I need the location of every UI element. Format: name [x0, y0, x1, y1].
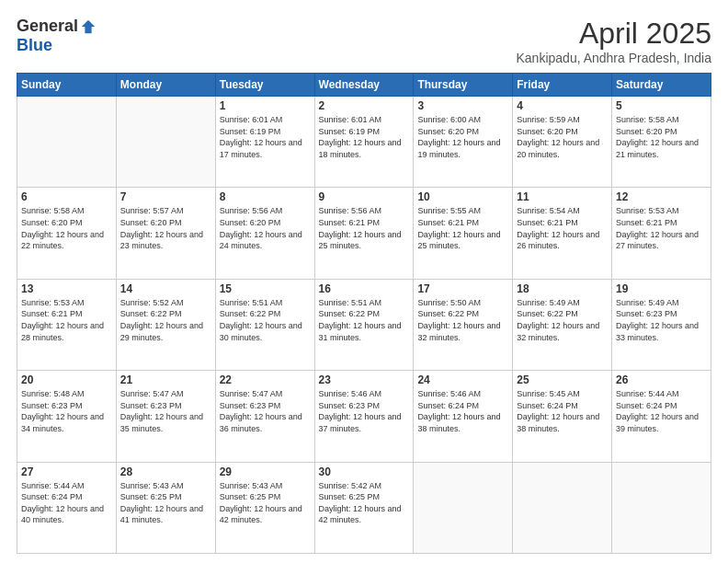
calendar-cell: 27Sunrise: 5:44 AM Sunset: 6:24 PM Dayli…	[17, 462, 117, 553]
logo-general: General	[17, 17, 78, 36]
day-info: Sunrise: 6:01 AM Sunset: 6:19 PM Dayligh…	[220, 114, 311, 160]
calendar-cell: 23Sunrise: 5:46 AM Sunset: 6:23 PM Dayli…	[314, 371, 414, 462]
calendar-cell: 15Sunrise: 5:51 AM Sunset: 6:22 PM Dayli…	[215, 279, 314, 370]
day-info: Sunrise: 5:48 AM Sunset: 6:23 PM Dayligh…	[21, 388, 112, 434]
calendar-cell: 16Sunrise: 5:51 AM Sunset: 6:22 PM Dayli…	[314, 279, 414, 370]
calendar-cell: 20Sunrise: 5:48 AM Sunset: 6:23 PM Dayli…	[17, 371, 117, 462]
calendar-cell	[513, 462, 612, 553]
day-info: Sunrise: 5:46 AM Sunset: 6:24 PM Dayligh…	[417, 388, 508, 434]
day-info: Sunrise: 5:52 AM Sunset: 6:22 PM Dayligh…	[120, 297, 211, 343]
day-info: Sunrise: 5:59 AM Sunset: 6:20 PM Dayligh…	[517, 114, 608, 160]
calendar-cell: 1Sunrise: 6:01 AM Sunset: 6:19 PM Daylig…	[215, 97, 314, 188]
calendar-cell: 7Sunrise: 5:57 AM Sunset: 6:20 PM Daylig…	[116, 188, 215, 279]
day-info: Sunrise: 6:01 AM Sunset: 6:19 PM Dayligh…	[319, 114, 410, 160]
calendar-cell	[612, 462, 711, 553]
day-number: 21	[120, 373, 211, 386]
day-info: Sunrise: 5:44 AM Sunset: 6:24 PM Dayligh…	[616, 388, 707, 434]
calendar-cell: 30Sunrise: 5:42 AM Sunset: 6:25 PM Dayli…	[314, 462, 414, 553]
day-info: Sunrise: 5:54 AM Sunset: 6:21 PM Dayligh…	[517, 205, 608, 251]
logo-blue: Blue	[17, 36, 52, 55]
header: General Blue April 2025 Kankipadu, Andhr…	[17, 17, 711, 65]
col-saturday: Saturday	[612, 74, 711, 97]
calendar-cell: 9Sunrise: 5:56 AM Sunset: 6:21 PM Daylig…	[314, 188, 414, 279]
calendar-header-row: Sunday Monday Tuesday Wednesday Thursday…	[17, 74, 711, 97]
calendar-cell: 19Sunrise: 5:49 AM Sunset: 6:23 PM Dayli…	[612, 279, 711, 370]
day-number: 25	[517, 373, 608, 386]
day-info: Sunrise: 5:43 AM Sunset: 6:25 PM Dayligh…	[220, 480, 311, 526]
calendar-cell: 10Sunrise: 5:55 AM Sunset: 6:21 PM Dayli…	[414, 188, 513, 279]
calendar-cell: 5Sunrise: 5:58 AM Sunset: 6:20 PM Daylig…	[612, 97, 711, 188]
day-info: Sunrise: 5:43 AM Sunset: 6:25 PM Dayligh…	[120, 480, 211, 526]
day-info: Sunrise: 5:42 AM Sunset: 6:25 PM Dayligh…	[319, 480, 410, 526]
day-info: Sunrise: 5:58 AM Sunset: 6:20 PM Dayligh…	[616, 114, 707, 160]
day-info: Sunrise: 5:45 AM Sunset: 6:24 PM Dayligh…	[517, 388, 608, 434]
day-number: 10	[417, 190, 508, 203]
day-number: 2	[319, 99, 410, 112]
logo-icon	[80, 18, 97, 35]
calendar-cell: 3Sunrise: 6:00 AM Sunset: 6:20 PM Daylig…	[414, 97, 513, 188]
calendar-cell: 29Sunrise: 5:43 AM Sunset: 6:25 PM Dayli…	[215, 462, 314, 553]
day-number: 1	[220, 99, 311, 112]
page: General Blue April 2025 Kankipadu, Andhr…	[0, 0, 728, 563]
day-number: 6	[21, 190, 112, 203]
col-sunday: Sunday	[17, 74, 117, 97]
logo: General Blue	[17, 17, 97, 55]
day-number: 19	[616, 282, 707, 295]
day-number: 23	[319, 373, 410, 386]
day-info: Sunrise: 5:58 AM Sunset: 6:20 PM Dayligh…	[21, 205, 112, 251]
col-friday: Friday	[513, 74, 612, 97]
day-info: Sunrise: 5:51 AM Sunset: 6:22 PM Dayligh…	[319, 297, 410, 343]
day-number: 24	[417, 373, 508, 386]
day-number: 22	[220, 373, 311, 386]
calendar-cell: 14Sunrise: 5:52 AM Sunset: 6:22 PM Dayli…	[116, 279, 215, 370]
day-info: Sunrise: 5:47 AM Sunset: 6:23 PM Dayligh…	[220, 388, 311, 434]
month-title: April 2025	[517, 17, 712, 51]
title-block: April 2025 Kankipadu, Andhra Pradesh, In…	[517, 17, 712, 65]
day-number: 9	[319, 190, 410, 203]
calendar-cell	[17, 97, 117, 188]
day-info: Sunrise: 5:46 AM Sunset: 6:23 PM Dayligh…	[319, 388, 410, 434]
day-number: 16	[319, 282, 410, 295]
calendar-cell: 8Sunrise: 5:56 AM Sunset: 6:20 PM Daylig…	[215, 188, 314, 279]
day-number: 17	[417, 282, 508, 295]
day-number: 7	[120, 190, 211, 203]
calendar-cell: 2Sunrise: 6:01 AM Sunset: 6:19 PM Daylig…	[314, 97, 414, 188]
calendar-cell: 17Sunrise: 5:50 AM Sunset: 6:22 PM Dayli…	[414, 279, 513, 370]
calendar-cell: 11Sunrise: 5:54 AM Sunset: 6:21 PM Dayli…	[513, 188, 612, 279]
calendar-cell: 25Sunrise: 5:45 AM Sunset: 6:24 PM Dayli…	[513, 371, 612, 462]
day-info: Sunrise: 5:57 AM Sunset: 6:20 PM Dayligh…	[120, 205, 211, 251]
col-tuesday: Tuesday	[215, 74, 314, 97]
day-info: Sunrise: 6:00 AM Sunset: 6:20 PM Dayligh…	[417, 114, 508, 160]
calendar-week-row: 27Sunrise: 5:44 AM Sunset: 6:24 PM Dayli…	[17, 462, 711, 553]
calendar-cell: 6Sunrise: 5:58 AM Sunset: 6:20 PM Daylig…	[17, 188, 117, 279]
day-number: 18	[517, 282, 608, 295]
day-info: Sunrise: 5:53 AM Sunset: 6:21 PM Dayligh…	[616, 205, 707, 251]
col-wednesday: Wednesday	[314, 74, 414, 97]
day-number: 3	[417, 99, 508, 112]
calendar-cell: 28Sunrise: 5:43 AM Sunset: 6:25 PM Dayli…	[116, 462, 215, 553]
day-number: 11	[517, 190, 608, 203]
day-info: Sunrise: 5:47 AM Sunset: 6:23 PM Dayligh…	[120, 388, 211, 434]
calendar-week-row: 1Sunrise: 6:01 AM Sunset: 6:19 PM Daylig…	[17, 97, 711, 188]
day-info: Sunrise: 5:53 AM Sunset: 6:21 PM Dayligh…	[21, 297, 112, 343]
col-thursday: Thursday	[414, 74, 513, 97]
day-number: 13	[21, 282, 112, 295]
svg-marker-0	[82, 19, 95, 32]
calendar-cell: 12Sunrise: 5:53 AM Sunset: 6:21 PM Dayli…	[612, 188, 711, 279]
day-number: 28	[120, 465, 211, 478]
calendar-cell: 13Sunrise: 5:53 AM Sunset: 6:21 PM Dayli…	[17, 279, 117, 370]
day-number: 20	[21, 373, 112, 386]
day-info: Sunrise: 5:50 AM Sunset: 6:22 PM Dayligh…	[417, 297, 508, 343]
col-monday: Monday	[116, 74, 215, 97]
calendar-cell	[414, 462, 513, 553]
day-number: 5	[616, 99, 707, 112]
day-number: 12	[616, 190, 707, 203]
calendar-week-row: 13Sunrise: 5:53 AM Sunset: 6:21 PM Dayli…	[17, 279, 711, 370]
day-number: 14	[120, 282, 211, 295]
day-info: Sunrise: 5:55 AM Sunset: 6:21 PM Dayligh…	[417, 205, 508, 251]
day-number: 27	[21, 465, 112, 478]
day-number: 29	[220, 465, 311, 478]
day-number: 4	[517, 99, 608, 112]
day-info: Sunrise: 5:56 AM Sunset: 6:20 PM Dayligh…	[220, 205, 311, 251]
subtitle: Kankipadu, Andhra Pradesh, India	[517, 51, 712, 65]
